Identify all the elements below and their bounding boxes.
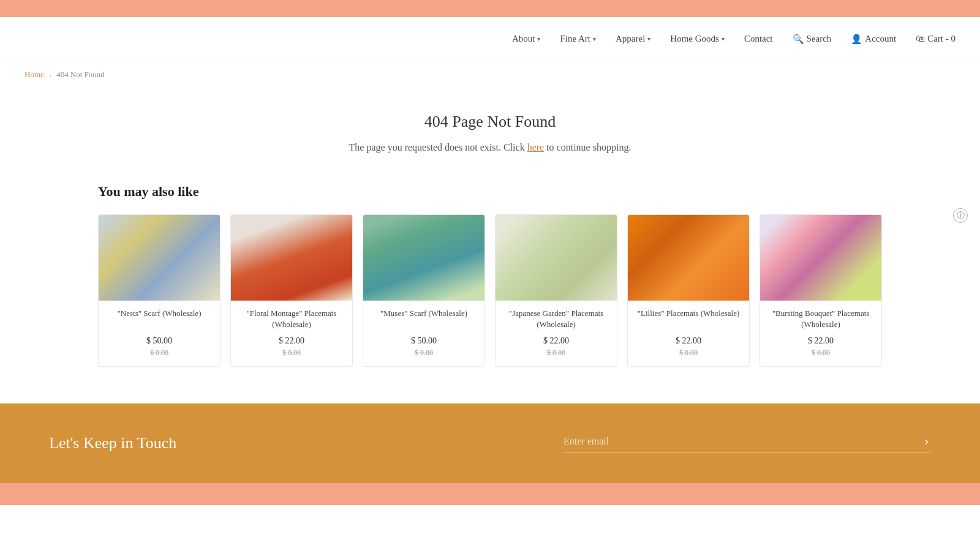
product-name: "Bursting Bouquet" Placemats (Wholesale) [766, 308, 875, 330]
error-description: The page you requested does not exist. C… [24, 142, 956, 153]
newsletter-title: Let's Keep in Touch [49, 434, 176, 452]
newsletter-form: › [564, 434, 931, 452]
nav-search-label: Search [807, 34, 832, 44]
nav-cart-label: Cart - 0 [927, 34, 956, 44]
nav-home-goods-label: Home Goods [670, 34, 719, 44]
error-desc-end: to continue shopping. [544, 142, 631, 152]
product-price: $ 22.00 [502, 336, 611, 346]
chevron-down-icon: ▾ [537, 36, 540, 42]
info-icon-wrapper: ⓘ [953, 208, 968, 223]
product-original-price: $ 0.00 [237, 348, 346, 358]
nav-contact[interactable]: Contact [744, 34, 773, 44]
also-like-title: You may also like [98, 184, 882, 200]
nav-cart[interactable]: 🛍 Cart - 0 [916, 34, 956, 44]
main-content: 404 Page Not Found The page you requeste… [0, 88, 980, 403]
nav-apparel-label: Apparel [616, 34, 645, 44]
product-original-price: $ 0.00 [766, 348, 875, 358]
product-info: "Nests" Scarf (Wholesale) $ 50.00 $ 0.00 [99, 301, 220, 366]
product-card[interactable]: "Lillies" Placemats (Wholesale) $ 22.00 … [627, 214, 750, 367]
user-icon: 👤 [851, 34, 862, 45]
product-price: $ 22.00 [237, 336, 346, 346]
product-image [628, 215, 749, 301]
info-icon[interactable]: ⓘ [953, 208, 968, 223]
product-name: "Floral Montage" Placemats (Wholesale) [237, 308, 346, 330]
product-card[interactable]: "Floral Montage" Placemats (Wholesale) $… [230, 214, 353, 367]
product-name: "Nests" Scarf (Wholesale) [105, 308, 214, 330]
email-input[interactable] [564, 436, 922, 447]
product-image [99, 215, 220, 301]
product-price: $ 50.00 [369, 336, 478, 346]
product-original-price: $ 0.00 [634, 348, 743, 358]
nav-about[interactable]: About ▾ [512, 34, 541, 44]
breadcrumb-current: 404 Not Found [56, 70, 105, 80]
footer-newsletter: Let's Keep in Touch › [0, 403, 980, 483]
bottom-bar [0, 483, 980, 505]
product-info: "Bursting Bouquet" Placemats (Wholesale)… [760, 301, 881, 366]
nav-fine-art[interactable]: Fine Art ▾ [560, 34, 596, 44]
nav-about-label: About [512, 34, 535, 44]
products-grid: "Nests" Scarf (Wholesale) $ 50.00 $ 0.00… [98, 214, 882, 367]
product-info: "Lillies" Placemats (Wholesale) $ 22.00 … [628, 301, 749, 366]
product-price: $ 22.00 [634, 336, 743, 346]
product-info: "Japanese Garden" Placemats (Wholesale) … [496, 301, 617, 366]
chevron-down-icon: ▾ [647, 36, 650, 42]
product-card[interactable]: "Japanese Garden" Placemats (Wholesale) … [495, 214, 617, 367]
product-original-price: $ 0.00 [502, 348, 611, 358]
nav-search[interactable]: 🔍 Search [793, 34, 832, 45]
nav-account[interactable]: 👤 Account [851, 34, 896, 45]
product-image [231, 215, 352, 301]
continue-shopping-link[interactable]: here [527, 142, 545, 152]
product-price: $ 50.00 [105, 336, 214, 346]
nav-account-label: Account [865, 34, 896, 44]
product-original-price: $ 0.00 [369, 348, 478, 358]
nav-fine-art-label: Fine Art [560, 34, 590, 44]
chevron-down-icon: ▾ [593, 36, 596, 42]
product-image [496, 215, 617, 301]
product-price: $ 22.00 [766, 336, 875, 346]
product-name: "Muses" Scarf (Wholesale) [369, 308, 478, 330]
product-name: "Japanese Garden" Placemats (Wholesale) [502, 308, 611, 330]
breadcrumb-separator: › [49, 70, 51, 80]
nav-apparel[interactable]: Apparel ▾ [616, 34, 650, 44]
top-bar [0, 0, 980, 17]
breadcrumb: Home › 404 Not Found [0, 61, 980, 88]
main-navigation: About ▾ Fine Art ▾ Apparel ▾ Home Goods … [0, 17, 980, 61]
product-image [760, 215, 881, 301]
product-image [363, 215, 484, 301]
breadcrumb-home-link[interactable]: Home [24, 70, 44, 80]
product-name: "Lillies" Placemats (Wholesale) [634, 308, 743, 330]
cart-icon: 🛍 [916, 34, 925, 44]
newsletter-submit-button[interactable]: › [922, 434, 931, 448]
product-original-price: $ 0.00 [105, 348, 214, 358]
also-like-section: You may also like "Nests" Scarf (Wholesa… [24, 184, 956, 367]
search-icon: 🔍 [793, 34, 804, 45]
nav-contact-label: Contact [744, 34, 773, 44]
error-desc-text: The page you requested does not exist. C… [349, 142, 527, 152]
product-info: "Floral Montage" Placemats (Wholesale) $… [231, 301, 352, 366]
error-title: 404 Page Not Found [24, 113, 956, 131]
product-card[interactable]: "Bursting Bouquet" Placemats (Wholesale)… [760, 214, 882, 367]
nav-home-goods[interactable]: Home Goods ▾ [670, 34, 725, 44]
product-info: "Muses" Scarf (Wholesale) $ 50.00 $ 0.00 [363, 301, 484, 366]
product-card[interactable]: "Muses" Scarf (Wholesale) $ 50.00 $ 0.00 [363, 214, 485, 367]
chevron-down-icon: ▾ [722, 36, 725, 42]
product-card[interactable]: "Nests" Scarf (Wholesale) $ 50.00 $ 0.00 [98, 214, 221, 367]
